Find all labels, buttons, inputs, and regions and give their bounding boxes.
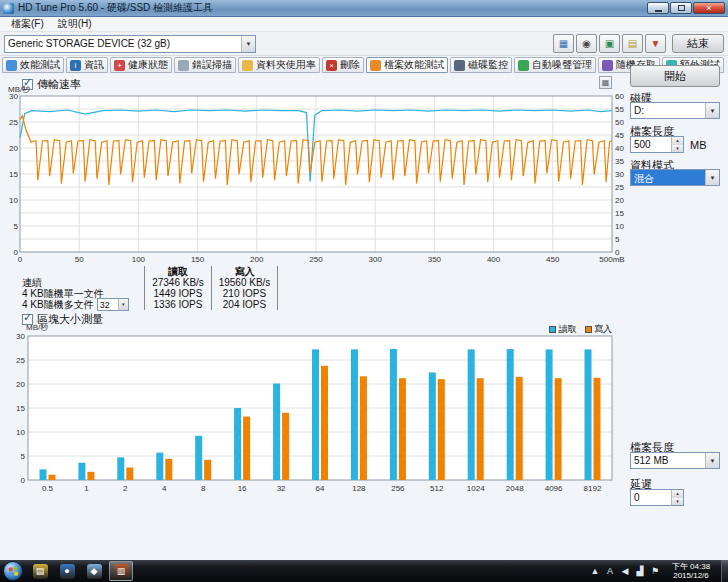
minimize-button[interactable] <box>647 2 669 14</box>
svg-text:350: 350 <box>428 255 442 264</box>
tab-health[interactable]: +健康狀態 <box>110 57 172 73</box>
legend-read: 讀取 <box>549 323 576 336</box>
row-label: 4 KB隨機多文件 <box>22 299 94 310</box>
taskbar-app-folder[interactable]: ▤ <box>28 561 52 581</box>
svg-text:25: 25 <box>615 183 624 192</box>
svg-text:MB/秒: MB/秒 <box>26 323 48 332</box>
svg-text:500mB: 500mB <box>599 255 624 264</box>
error-scan-icon <box>178 60 189 71</box>
tab-benchmark[interactable]: 效能測試 <box>2 57 64 73</box>
svg-text:55: 55 <box>615 105 624 114</box>
block-file-length-select[interactable]: 512 MB ▼ <box>630 452 720 469</box>
save-icon-button[interactable]: ▤ <box>622 34 643 53</box>
window-controls: × <box>646 2 725 14</box>
hidden-icons-chevron-icon[interactable]: ▲ <box>589 566 601 576</box>
tab-info[interactable]: i資訊 <box>66 57 108 73</box>
file-length-unit: MB <box>690 139 707 151</box>
taskbar-app-browser[interactable]: ● <box>55 561 79 581</box>
start-button[interactable]: 開始 <box>630 65 720 87</box>
chevron-down-icon: ▾ <box>118 299 128 310</box>
svg-text:25: 25 <box>16 356 25 365</box>
svg-text:50: 50 <box>75 255 84 264</box>
taskbar-app-hdtune[interactable]: ▥ <box>109 561 133 581</box>
table-row-random-single: 4 KB隨機單一文件 1449 IOPS 210 IOPS <box>20 288 278 299</box>
file-benchmark-icon <box>370 60 381 71</box>
svg-text:30: 30 <box>9 92 18 101</box>
drive-select-value: D: <box>631 103 705 118</box>
results-header-spacer <box>20 266 144 277</box>
svg-text:30: 30 <box>615 170 624 179</box>
svg-text:25: 25 <box>9 118 18 127</box>
legend-write-label: 寫入 <box>594 323 612 336</box>
benchmark-icon <box>6 60 17 71</box>
info-icon: i <box>70 60 81 71</box>
tab-erase[interactable]: ×刪除 <box>322 57 364 73</box>
svg-text:45: 45 <box>615 131 624 140</box>
close-button[interactable]: × <box>693 2 725 14</box>
taskbar-app-media[interactable]: ◆ <box>82 561 106 581</box>
svg-text:16: 16 <box>238 484 247 493</box>
row-write-value: 204 IOPS <box>211 299 278 310</box>
row-read-value: 1336 IOPS <box>144 299 211 310</box>
svg-text:0: 0 <box>21 476 26 485</box>
hdtune-app-icon <box>3 3 14 14</box>
svg-text:400: 400 <box>487 255 501 264</box>
tab-folder-usage[interactable]: 資料夾使用率 <box>238 57 320 73</box>
tab-label: 磁碟監控 <box>468 58 508 72</box>
svg-text:60: 60 <box>615 92 624 101</box>
tab-file-benchmark[interactable]: 檔案效能測試 <box>366 57 448 73</box>
tab-aam[interactable]: 自動噪聲管理 <box>514 57 596 73</box>
camera-icon-button[interactable]: ◉ <box>576 34 597 53</box>
copy-icon-button[interactable]: ▣ <box>599 34 620 53</box>
queue-depth-select[interactable]: 32 ▾ <box>97 298 129 311</box>
tab-disk-monitor[interactable]: 磁碟監控 <box>450 57 512 73</box>
legend-write: 寫入 <box>585 323 612 336</box>
block-size-chart: MB/秒0510152025300.5124816326412825651210… <box>6 320 628 498</box>
read-column-header: 讀取 <box>144 266 211 277</box>
client-area: ✓ 傳輸速率 ▦ MB/秒051015202530051015202530354… <box>0 74 728 560</box>
svg-text:8192: 8192 <box>584 484 602 493</box>
tab-label: 錯誤掃描 <box>192 58 232 72</box>
svg-text:40: 40 <box>615 144 624 153</box>
show-desktop-button[interactable] <box>721 560 728 582</box>
save-icon: ▤ <box>628 38 637 49</box>
transfer-rate-chart: MB/秒051015202530051015202530354045505560… <box>6 84 628 266</box>
data-pattern-select[interactable]: 混合 ▼ <box>630 169 720 186</box>
table-row-random-multi: 4 KB隨機多文件 32 ▾ 1336 IOPS 204 IOPS <box>20 299 278 310</box>
tab-error-scan[interactable]: 錯誤掃描 <box>174 57 236 73</box>
volume-icon[interactable]: ◀ <box>619 566 631 576</box>
svg-text:0: 0 <box>18 255 23 264</box>
tab-label: 刪除 <box>340 58 360 72</box>
tab-label: 健康狀態 <box>128 58 168 72</box>
windows-flag-icon <box>8 566 18 576</box>
read-swatch-icon <box>549 326 556 333</box>
network-icon[interactable]: ▟ <box>634 566 646 576</box>
svg-text:4: 4 <box>162 484 167 493</box>
svg-text:8: 8 <box>201 484 206 493</box>
power-icon: ▼ <box>651 38 661 49</box>
queue-depth-value: 32 <box>98 299 118 310</box>
taskbar-app-folder-icon: ▤ <box>33 564 48 579</box>
delay-input[interactable] <box>631 490 671 505</box>
tab-label: 自動噪聲管理 <box>532 58 592 72</box>
svg-text:0.5: 0.5 <box>42 484 54 493</box>
menu-help[interactable]: 說明(H) <box>51 16 99 32</box>
svg-text:100: 100 <box>132 255 146 264</box>
action-center-flag-icon[interactable]: ⚑ <box>649 566 661 576</box>
disk-info-icon-button[interactable]: ▦ <box>553 34 574 53</box>
menu-file[interactable]: 檔案(F) <box>4 16 51 32</box>
file-length-input[interactable] <box>631 137 671 152</box>
delay-spinner[interactable]: ▴▾ <box>671 490 683 505</box>
start-menu-button[interactable] <box>3 561 23 581</box>
exit-button[interactable]: 結束 <box>672 34 724 53</box>
file-length-spinner[interactable]: ▴▾ <box>671 137 683 152</box>
device-select[interactable]: Generic STORAGE DEVICE (32 gB) ▼ <box>4 35 256 53</box>
disk-info-icon: ▦ <box>559 38 568 49</box>
data-pattern-value: 混合 <box>631 170 705 185</box>
taskbar-clock[interactable]: 下午 04:38 2015/12/6 <box>665 562 717 580</box>
ime-language-icon[interactable]: A <box>604 566 616 576</box>
drive-select[interactable]: D: ▼ <box>630 102 720 119</box>
camera-icon: ◉ <box>582 38 591 49</box>
maximize-button[interactable] <box>670 2 692 14</box>
power-icon-button[interactable]: ▼ <box>645 34 666 53</box>
